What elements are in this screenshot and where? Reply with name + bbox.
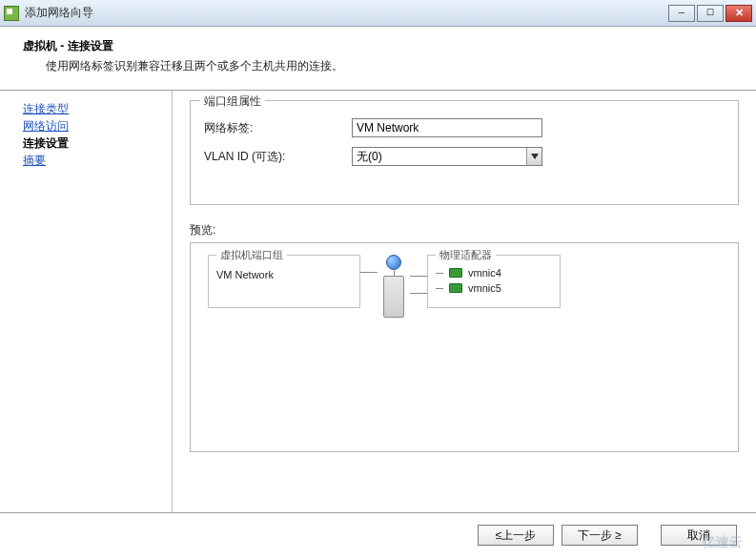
connector-line: [360, 272, 378, 273]
next-button[interactable]: 下一步 ≥: [562, 525, 638, 546]
connector-line: [436, 273, 443, 274]
connector-line: [410, 293, 427, 294]
step-connection-type[interactable]: 连接类型: [23, 100, 164, 117]
network-label-label: 网络标签:: [204, 120, 352, 136]
port-group-properties-legend: 端口组属性: [200, 93, 265, 110]
wizard-header: 虚拟机 - 连接设置 使用网络标签识别兼容迁移且两个或多个主机共用的连接。: [0, 27, 756, 90]
maximize-button[interactable]: ☐: [697, 5, 724, 22]
network-label-input[interactable]: [352, 118, 542, 137]
physical-adapters-box: 物理适配器 vmnic4 vmnic5: [427, 255, 561, 308]
step-summary[interactable]: 摘要: [23, 152, 164, 169]
globe-icon: [386, 255, 401, 270]
wizard-footer: ≤上一步 下一步 ≥ 取消: [478, 525, 737, 546]
nic-icon: [449, 268, 462, 278]
nic-row: vmnic5: [436, 282, 552, 294]
network-label-row: 网络标签:: [204, 118, 725, 137]
connector-line: [436, 288, 443, 289]
minimize-button[interactable]: ─: [668, 5, 695, 22]
app-icon: [4, 6, 19, 21]
page-subtitle: 使用网络标签识别兼容迁移且两个或多个主机共用的连接。: [46, 58, 733, 74]
page-title: 虚拟机 - 连接设置: [23, 38, 733, 54]
preview-label: 预览:: [190, 222, 739, 238]
vm-port-group-name: VM Network: [216, 269, 352, 280]
network-diagram: 虚拟机端口组 VM Network 物理适配器: [208, 255, 721, 318]
vlan-label: VLAN ID (可选):: [204, 149, 352, 165]
vlan-select-value: 无(0): [353, 149, 526, 165]
titlebar: 添加网络向导 ─ ☐ ✕: [0, 0, 756, 27]
preview-panel: 虚拟机端口组 VM Network 物理适配器: [190, 242, 739, 452]
chevron-down-icon: [526, 148, 541, 165]
svg-marker-0: [531, 154, 539, 159]
step-connection-settings: 连接设置: [23, 135, 164, 152]
window-title: 添加网络向导: [25, 5, 668, 21]
vm-port-group-legend: 虚拟机端口组: [216, 248, 287, 262]
connector-line: [410, 276, 427, 277]
vm-port-group-box: 虚拟机端口组 VM Network: [208, 255, 360, 308]
vswitch: [383, 255, 404, 318]
vlan-row: VLAN ID (可选): 无(0): [204, 147, 725, 166]
nic-name: vmnic4: [468, 267, 501, 279]
wizard-body: 连接类型 网络访问 连接设置 摘要 端口组属性 网络标签: VLAN ID (可…: [0, 91, 756, 512]
vswitch-icon: [383, 276, 404, 318]
wizard-steps: 连接类型 网络访问 连接设置 摘要: [0, 91, 172, 512]
window-controls: ─ ☐ ✕: [668, 5, 752, 22]
cancel-button[interactable]: 取消: [661, 525, 737, 546]
wizard-content: 端口组属性 网络标签: VLAN ID (可选): 无(0) 预览: 虚拟机: [172, 91, 756, 512]
back-button[interactable]: ≤上一步: [478, 525, 554, 546]
port-group-properties: 端口组属性 网络标签: VLAN ID (可选): 无(0): [190, 100, 739, 205]
vlan-select[interactable]: 无(0): [352, 147, 542, 166]
nic-icon: [449, 283, 462, 293]
physical-adapters-legend: 物理适配器: [436, 248, 496, 262]
close-button[interactable]: ✕: [725, 5, 752, 22]
divider: [0, 512, 756, 513]
step-network-access[interactable]: 网络访问: [23, 117, 164, 135]
nic-row: vmnic4: [436, 267, 552, 279]
nic-name: vmnic5: [468, 282, 501, 294]
